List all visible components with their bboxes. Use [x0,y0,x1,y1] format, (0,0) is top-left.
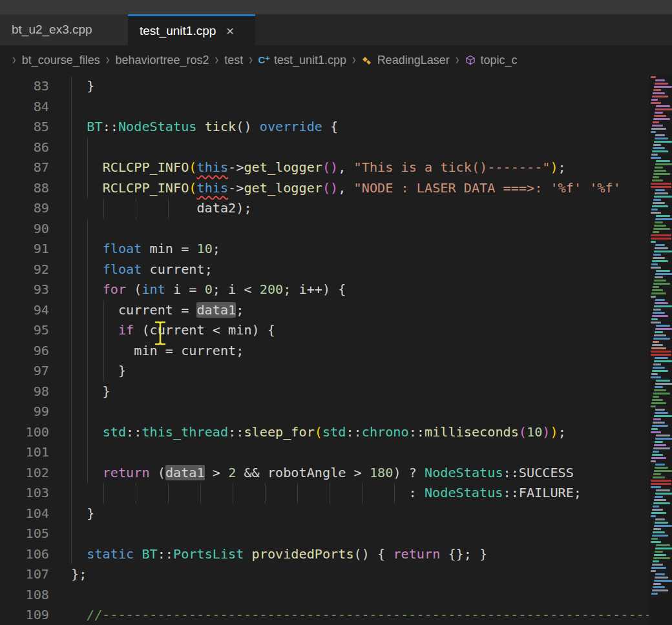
code-line-96[interactable]: 96 min = current; [0,341,649,362]
code-text[interactable]: } [71,76,94,97]
line-number[interactable]: 83 [0,76,71,97]
code-token[interactable]: () [236,119,259,134]
line-number[interactable]: 106 [0,544,71,565]
code-token[interactable]: -> [228,180,244,196]
line-number[interactable]: 85 [0,117,71,138]
code-line-98[interactable]: 98 } [0,382,649,402]
code-line-86[interactable]: 86 [0,138,649,158]
line-number[interactable]: 102 [0,463,71,484]
line-number[interactable]: 109 [0,605,71,625]
code-token[interactable]: ; i < [213,282,260,297]
line-number[interactable]: 91 [0,239,71,260]
code-line-94[interactable]: 94 current = data1; [0,300,649,321]
code-text[interactable]: } [71,361,126,382]
code-token[interactable]: static [87,546,134,562]
code-line-92[interactable]: 92 float current; [0,260,649,280]
code-text[interactable]: std::this_thread::sleep_for(std::chrono:… [71,422,566,443]
breadcrumb-item-bt_course_files[interactable]: bt_course_files [22,54,100,67]
code-token[interactable]: //--------------------------------------… [71,607,649,622]
code-token[interactable]: ::FAILURE; [503,485,582,500]
code-token[interactable]: ) [550,424,558,440]
code-text[interactable]: current = data1; [71,300,244,321]
code-line-83[interactable]: 83 } [0,76,649,97]
code-token[interactable]: get_logger [244,159,322,175]
code-token[interactable]: NodeStatus [425,485,503,500]
line-number[interactable]: 97 [0,361,71,382]
code-line-109[interactable]: 109 //----------------------------------… [0,605,649,625]
code-token[interactable]: ( [189,159,196,175]
code-text[interactable]: //--------------------------------------… [71,605,649,625]
line-number[interactable]: 90 [0,219,71,240]
code-text[interactable]: float current; [71,260,213,280]
code-token[interactable]: ; [213,241,220,256]
code-token[interactable]: ::SUCCESS [503,465,574,480]
code-line-84[interactable]: 84 [0,97,649,118]
line-number[interactable]: 103 [0,483,71,504]
code-token[interactable]: 10 [196,241,212,256]
line-number[interactable]: 98 [0,382,71,402]
code-token[interactable]: :: [346,424,361,440]
code-token[interactable]: 180 [370,465,393,480]
code-text[interactable]: return (data1 > 2 && robotAngle > 180) ?… [71,463,574,484]
code-token[interactable]: i = [165,282,205,297]
code-token[interactable]: RCLCPP_INFO [103,159,189,175]
code-token[interactable] [196,119,204,134]
code-token[interactable]: min = current; [71,343,244,358]
code-token[interactable]: -> [228,159,244,175]
code-token[interactable]: data1 [196,302,236,318]
code-text[interactable]: RCLCPP_INFO(this->get_logger(), "NODE : … [71,178,621,199]
code-line-108[interactable]: 108 [0,585,649,606]
code-token[interactable]: :: [126,424,142,440]
code-token[interactable]: () { [354,546,394,562]
code-line-87[interactable]: 87 RCLCPP_INFO(this->get_logger(), "This… [0,158,649,178]
code-token[interactable] [71,322,118,338]
code-token[interactable]: 200 [260,282,283,297]
code-token[interactable]: ( [519,424,527,440]
code-token[interactable]: ; [558,159,566,175]
code-token[interactable]: () [322,180,338,196]
code-token[interactable]: data2); [71,200,252,216]
code-line-106[interactable]: 106 static BT::PortsList providedPorts()… [0,544,649,565]
breadcrumb-item-ReadingLaser[interactable]: ReadingLaser [362,54,450,67]
code-text[interactable]: } [71,382,110,402]
code-line-103[interactable]: 103 : NodeStatus::FAILURE; [0,483,649,504]
code-token[interactable]: this_thread [142,424,228,440]
code-token[interactable]: ( [150,465,165,480]
code-token[interactable]: } [71,78,94,94]
code-token[interactable]: data1 [165,465,205,480]
code-token[interactable]: 0 [205,282,213,297]
code-token[interactable]: PortsList [173,546,244,562]
code-token[interactable]: :: [409,424,425,440]
code-token[interactable]: :: [228,424,244,440]
code-token[interactable]: ) [550,159,558,175]
code-token[interactable]: current; [142,261,212,277]
code-token[interactable]: } [71,363,126,378]
code-line-93[interactable]: 93 for (int i = 0; i < 200; i++) { [0,280,649,300]
code-text[interactable]: min = current; [71,341,244,362]
line-number[interactable]: 104 [0,504,71,524]
code-token[interactable]: min = [142,241,196,256]
code-token[interactable]: () [322,159,338,175]
code-text[interactable]: data2); [71,198,252,219]
code-line-104[interactable]: 104 } [0,504,649,524]
code-line-102[interactable]: 102 return (data1 > 2 && robotAngle > 18… [0,463,649,484]
code-token[interactable]: 2 [228,465,236,480]
code-token[interactable]: return [103,465,150,480]
line-number[interactable]: 92 [0,260,71,280]
code-token[interactable]: ) ? [393,465,425,480]
code-token[interactable]: ; [236,302,244,318]
code-line-107[interactable]: 107}; [0,564,649,585]
code-text[interactable]: if (current < min) { [71,320,275,341]
code-token[interactable] [71,546,87,562]
code-token[interactable]: ( [189,180,196,196]
code-token[interactable]: tick [205,119,236,134]
code-token[interactable]: "This is a tick()-------" [354,159,551,175]
code-token[interactable]: get_logger [244,180,322,196]
tab-bt-u2-ex3[interactable]: bt_u2_ex3.cpp [0,14,128,45]
line-number[interactable]: 101 [0,442,71,463]
code-token[interactable]: ; [558,424,566,440]
code-token[interactable] [134,546,142,562]
code-line-105[interactable]: 105 [0,524,649,544]
code-text[interactable]: float min = 10; [71,239,220,260]
code-line-90[interactable]: 90 [0,219,649,240]
